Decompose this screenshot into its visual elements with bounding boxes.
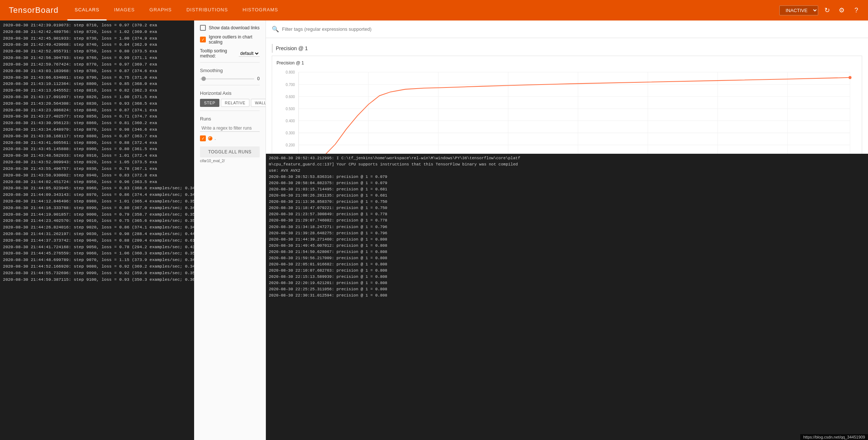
settings-icon[interactable]: ⚙ <box>836 4 847 16</box>
terminal-line: 2020-08-30 21:43:06.634001: step 8790, l… <box>3 74 191 81</box>
svg-text:0.700: 0.700 <box>286 82 295 86</box>
axis-wall-button[interactable]: WALL <box>251 99 266 107</box>
ignore-outliers-checkbox[interactable] <box>200 37 206 42</box>
svg-text:0.800: 0.800 <box>286 70 295 74</box>
run-label: cifar10_eval_2/ <box>200 159 260 163</box>
terminal-line: 2020-08-30 21:44:05.923945: step 8960, l… <box>3 185 191 191</box>
nav-images[interactable]: IMAGES <box>107 0 142 20</box>
log-line: 2020-08-30 21:54:50.628067: precision @ … <box>269 249 865 255</box>
filter-tags-input[interactable] <box>282 26 862 32</box>
show-download-label: Show data download links <box>209 25 260 30</box>
terminal-line: 2020-08-30 21:43:52.009943: step 8920, l… <box>3 159 191 165</box>
run-name: . <box>215 136 216 141</box>
terminal-line: 2020-08-30 21:43:03.183968: step 8780, l… <box>3 68 191 74</box>
terminal-line: 2020-08-30 21:44:52.166920: step 9080, l… <box>3 263 191 270</box>
runs-filter-input[interactable] <box>200 125 260 132</box>
run-row: . <box>200 135 260 141</box>
help-icon[interactable]: ? <box>850 4 862 16</box>
nav-histograms[interactable]: HISTOGRAMS <box>235 0 285 20</box>
show-download-row: Show data download links <box>200 25 260 31</box>
terminal-line: 2020-08-30 21:42:59.767424: step 8770, l… <box>3 61 191 68</box>
smoothing-title: Smoothing <box>200 68 260 73</box>
terminal-line: 2020-08-30 21:44:31.262197: step 9030, l… <box>3 231 191 237</box>
terminal-line: 2020-08-30 21:43:41.605561: step 8890, l… <box>3 139 191 146</box>
terminal-line: 2020-08-30 21:44:26.824016: step 9020, l… <box>3 224 191 231</box>
log-line: 2020-08-30 21:13:36.858370: precision @ … <box>269 199 865 205</box>
terminal-line: 2020-08-30 21:43:10.112364: step 8800, l… <box>3 81 191 87</box>
ignore-outliers-label: Ignore outliers in chart scaling <box>209 34 260 45</box>
log-line: 2020-08-30 21:08:26.281135: precision @ … <box>269 193 865 199</box>
nav-links: SCALARS IMAGES GRAPHS DISTRIBUTIONS HIST… <box>67 0 286 20</box>
terminal-line: 2020-08-30 21:44:37.373742: step 9040, l… <box>3 237 191 244</box>
terminal-line: 2020-08-30 21:43:27.402577: step 8850, l… <box>3 113 191 120</box>
ignore-outliers-row: Ignore outliers in chart scaling <box>200 34 260 45</box>
log-line: 2020-08-30 21:44:39.271460: precision @ … <box>269 236 865 243</box>
terminal-line: 2020-08-30 21:44:02.451724: step 8950, l… <box>3 179 191 185</box>
terminal-line: 2020-08-30 21:43:58.930002: step 8940, l… <box>3 172 191 179</box>
settings-panel: Show data download links Ignore outliers… <box>194 20 266 440</box>
log-line: 2020-08-30 21:39:28.648275: precision @ … <box>269 230 865 236</box>
smoothing-row: 0 <box>200 76 260 81</box>
log-line: m\cpu_feature_guard.cc:137] Your CPU sup… <box>269 161 865 168</box>
log-lines: 2020-08-30 20:52:43.212995: I C:\tf_jenk… <box>269 155 865 299</box>
terminal-line: 2020-08-30 21:42:56.304793: step 8760, l… <box>3 55 191 61</box>
filter-icon: 🔍 <box>272 26 279 33</box>
terminal-line: 2020-08-30 21:44:59.387115: step 9100, l… <box>3 276 191 283</box>
smoothing-value: 0 <box>257 76 260 81</box>
refresh-icon[interactable]: ↻ <box>821 4 833 16</box>
log-line: 2020-08-30 21:23:57.300849: precision @ … <box>269 211 865 217</box>
nav-scalars[interactable]: SCALARS <box>67 0 107 20</box>
run-circle-icon <box>208 136 212 141</box>
terminal-lines: 2020-08-30 21:42:39.019073: step 8710, l… <box>3 22 191 283</box>
axis-buttons: STEP RELATIVE WALL <box>200 99 260 107</box>
axis-step-button[interactable]: STEP <box>200 99 219 107</box>
svg-text:0.600: 0.600 <box>286 95 295 99</box>
log-line: 2020-08-30 21:29:07.746082: precision @ … <box>269 217 865 224</box>
svg-text:0.200: 0.200 <box>286 143 295 147</box>
terminal-panel: 2020-08-30 21:42:39.019073: step 8710, l… <box>0 20 194 440</box>
terminal-line: 2020-08-30 21:44:23.402570: step 9010, l… <box>3 217 191 224</box>
log-line: 2020-08-30 22:20:19.621201: precision @ … <box>269 280 865 286</box>
terminal-line: 2020-08-30 21:43:17.091097: step 8820, l… <box>3 94 191 100</box>
log-line: 2020-08-30 21:49:45.007012: precision @ … <box>269 243 865 249</box>
runs-title: Runs <box>200 116 260 122</box>
terminal-line: 2020-08-30 21:42:45.901933: step 8730, l… <box>3 35 191 42</box>
run-checkbox[interactable] <box>200 135 206 141</box>
app-brand: TensorBoard <box>0 5 67 15</box>
terminal-line: 2020-08-30 21:44:41.724168: step 9050, l… <box>3 244 191 250</box>
log-line: 2020-08-30 22:30:31.012594: precision @ … <box>269 292 865 299</box>
chart-inner-title: Precision @ 1 <box>277 60 857 66</box>
nav-graphs[interactable]: GRAPHS <box>142 0 179 20</box>
terminal-line: 2020-08-30 21:42:39.019073: step 8710, l… <box>3 22 191 29</box>
log-line: 2020-08-30 21:34:18.247271: precision @ … <box>269 224 865 230</box>
log-line: 2020-08-30 21:59:56.217009: precision @ … <box>269 255 865 261</box>
log-line: 2020-08-30 20:58:04.882375: precision @ … <box>269 180 865 186</box>
svg-point-37 <box>849 76 852 79</box>
axis-relative-button[interactable]: RELATIVE <box>221 99 249 107</box>
terminal-line: 2020-08-30 21:44:12.846496: step 8980, l… <box>3 198 191 205</box>
terminal-line: 2020-08-30 21:44:16.333768: step 8990, l… <box>3 205 191 211</box>
bottom-log-panel: 2020-08-30 20:52:43.212995: I C:\tf_jenk… <box>266 154 868 440</box>
log-line: 2020-08-30 22:15:13.589939: precision @ … <box>269 274 865 280</box>
svg-text:0.300: 0.300 <box>286 131 295 135</box>
show-download-checkbox[interactable] <box>200 25 206 31</box>
terminal-line: 2020-08-30 21:44:48.699789: step 9070, l… <box>3 257 191 263</box>
tooltip-sorting-select[interactable]: default <box>239 51 260 57</box>
terminal-line: 2020-08-30 21:43:48.582933: step 8910, l… <box>3 152 191 159</box>
terminal-line: 2020-08-30 21:43:13.645552: step 8810, l… <box>3 87 191 94</box>
terminal-line: 2020-08-30 21:44:09.343143: step 8970, l… <box>3 191 191 198</box>
terminal-line: 2020-08-30 21:42:42.489756: step 8720, l… <box>3 29 191 35</box>
toggle-all-button[interactable]: TOGGLE ALL RUNS <box>200 146 260 157</box>
log-line: 2020-08-30 22:05:01.916682: precision @ … <box>269 261 865 268</box>
log-line: 2020-08-30 20:52:43.212995: I C:\tf_jenk… <box>269 155 865 161</box>
terminal-line: 2020-08-30 21:43:38.168117: step 8880, l… <box>3 133 191 139</box>
terminal-line: 2020-08-30 21:43:45.145888: step 8900, l… <box>3 146 191 152</box>
log-line: use: AVX AVX2 <box>269 168 865 174</box>
svg-text:0.400: 0.400 <box>286 119 295 123</box>
terminal-line: 2020-08-30 21:42:52.855731: step 8750, l… <box>3 48 191 55</box>
log-line: 2020-08-30 21:18:47.079221: precision @ … <box>269 205 865 211</box>
nav-distributions[interactable]: DISTRIBUTIONS <box>179 0 235 20</box>
tooltip-sorting-label: Tooltip sorting method: <box>200 48 236 59</box>
status-select[interactable]: INACTIVE ACTIVE <box>779 5 818 15</box>
smoothing-slider[interactable] <box>200 78 254 79</box>
